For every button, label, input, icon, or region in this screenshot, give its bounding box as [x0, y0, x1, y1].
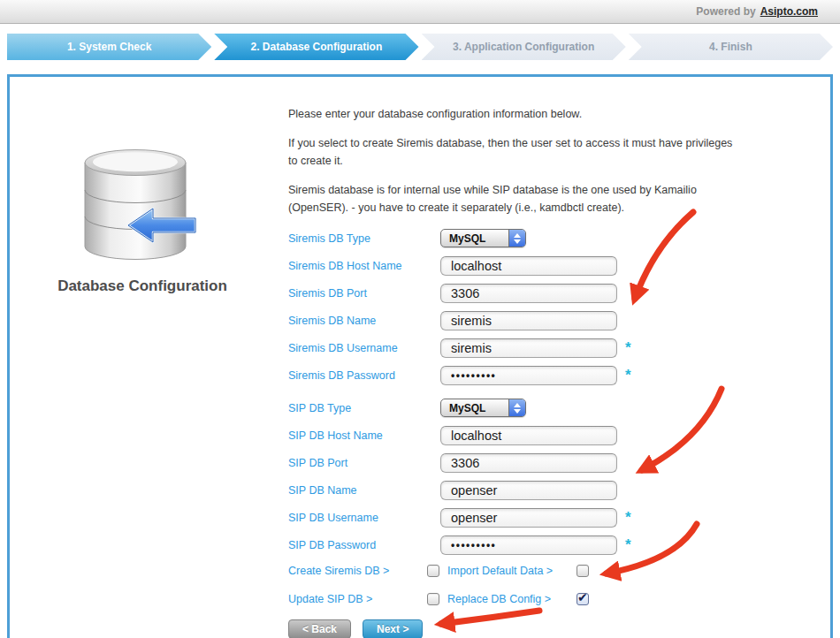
- sip-db-username-label: SIP DB Username: [288, 512, 440, 524]
- siremis-db-name-label: Siremis DB Name: [288, 315, 440, 327]
- sip-db-type-label: SIP DB Type: [288, 402, 440, 414]
- sip-db-host-field[interactable]: [440, 426, 617, 445]
- stepper-icon: [508, 230, 525, 247]
- form-row: SIP DB Username *: [288, 508, 830, 528]
- select-value: MySQL: [441, 402, 508, 414]
- back-button[interactable]: < Back: [288, 619, 351, 638]
- siremis-db-username-label: Siremis DB Username: [288, 342, 440, 354]
- intro-paragraph: Siremis database is for internal use whi…: [288, 182, 697, 216]
- import-default-data-checkbox[interactable]: [577, 565, 589, 577]
- select-value: MySQL: [441, 232, 508, 245]
- form-row: Siremis DB Port: [288, 284, 830, 303]
- step-label: 2. Database Configuration: [251, 41, 383, 53]
- form-row: Siremis DB Name: [288, 311, 830, 330]
- step-system-check[interactable]: 1. System Check: [7, 34, 211, 60]
- siremis-db-host-label: Siremis DB Host Name: [288, 260, 440, 272]
- step-application-configuration: 3. Application Configuration: [422, 34, 626, 60]
- create-siremis-db-checkbox[interactable]: [427, 565, 439, 577]
- left-column: Database Configuration: [10, 77, 275, 638]
- siremis-db-port-field[interactable]: [440, 284, 617, 303]
- sip-db-type-select[interactable]: MySQL: [440, 399, 526, 417]
- create-siremis-db-label: Create Siremis DB >: [288, 565, 427, 577]
- database-icon: [82, 148, 202, 266]
- update-sip-db-checkbox[interactable]: [427, 593, 439, 605]
- sip-db-name-field[interactable]: [440, 481, 617, 500]
- checkbox-row: Update SIP DB > Replace DB Config >: [288, 591, 830, 607]
- intro-paragraph: If you select to create Siremis database…: [288, 135, 735, 170]
- main-panel: Database Configuration Please enter your…: [7, 74, 833, 638]
- siremis-db-type-select[interactable]: MySQL: [440, 229, 526, 247]
- content-column: Please enter your database configuration…: [275, 77, 830, 638]
- form-row: SIP DB Type MySQL: [288, 399, 830, 418]
- button-row: < Back Next >: [288, 619, 830, 638]
- form-row: SIP DB Name: [288, 481, 830, 500]
- wizard-steps: 1. System Check 2. Database Configuratio…: [7, 34, 833, 60]
- form-row: SIP DB Password *: [288, 535, 830, 555]
- siremis-db-host-field[interactable]: [440, 256, 617, 276]
- step-finish: 4. Finish: [629, 34, 833, 60]
- asipto-link[interactable]: Asipto.com: [760, 5, 818, 18]
- sip-db-port-field[interactable]: [440, 453, 617, 473]
- required-asterisk: *: [625, 537, 631, 552]
- top-bar: Powered by Asipto.com: [0, 0, 840, 24]
- form-row: Siremis DB Type MySQL: [288, 229, 830, 248]
- step-label: 4. Finish: [709, 41, 752, 53]
- import-default-data-label: Import Default Data >: [447, 565, 577, 577]
- form-row: SIP DB Port: [288, 453, 830, 473]
- sip-db-username-field[interactable]: [440, 508, 617, 528]
- sip-db-host-label: SIP DB Host Name: [288, 429, 440, 442]
- sip-db-password-field[interactable]: [440, 535, 617, 555]
- next-button[interactable]: Next >: [363, 619, 423, 638]
- powered-by-text: Powered by: [696, 5, 755, 18]
- siremis-db-username-field[interactable]: [440, 338, 617, 358]
- step-label: 3. Application Configuration: [453, 41, 594, 53]
- siremis-db-password-field[interactable]: [440, 366, 617, 385]
- checkbox-row: Create Siremis DB > Import Default Data …: [288, 563, 830, 579]
- step-database-configuration[interactable]: 2. Database Configuration: [214, 34, 418, 60]
- form-row: Siremis DB Username *: [288, 338, 830, 358]
- intro-text: Please enter your database configuration…: [288, 106, 830, 216]
- required-asterisk: *: [625, 368, 631, 383]
- replace-db-config-label: Replace DB Config >: [447, 593, 577, 605]
- form-row: SIP DB Host Name: [288, 426, 830, 445]
- sip-db-port-label: SIP DB Port: [288, 457, 440, 469]
- page-title: Database Configuration: [10, 275, 275, 298]
- siremis-db-name-field[interactable]: [440, 311, 617, 330]
- replace-db-config-checkbox[interactable]: [577, 593, 589, 605]
- sip-db-name-label: SIP DB Name: [288, 484, 440, 497]
- form-row: Siremis DB Password *: [288, 366, 830, 385]
- siremis-db-port-label: Siremis DB Port: [288, 287, 440, 300]
- sip-db-password-label: SIP DB Password: [288, 539, 440, 551]
- required-asterisk: *: [625, 510, 631, 525]
- stepper-icon: [508, 399, 525, 416]
- required-asterisk: *: [625, 340, 631, 355]
- form-row: Siremis DB Host Name: [288, 256, 830, 276]
- database-config-form: Siremis DB Type MySQL Siremis DB Host Na…: [288, 229, 830, 638]
- siremis-db-type-label: Siremis DB Type: [288, 232, 440, 245]
- update-sip-db-label: Update SIP DB >: [288, 593, 427, 605]
- siremis-db-password-label: Siremis DB Password: [288, 369, 440, 382]
- intro-paragraph: Please enter your database configuration…: [288, 106, 748, 123]
- step-label: 1. System Check: [67, 41, 151, 53]
